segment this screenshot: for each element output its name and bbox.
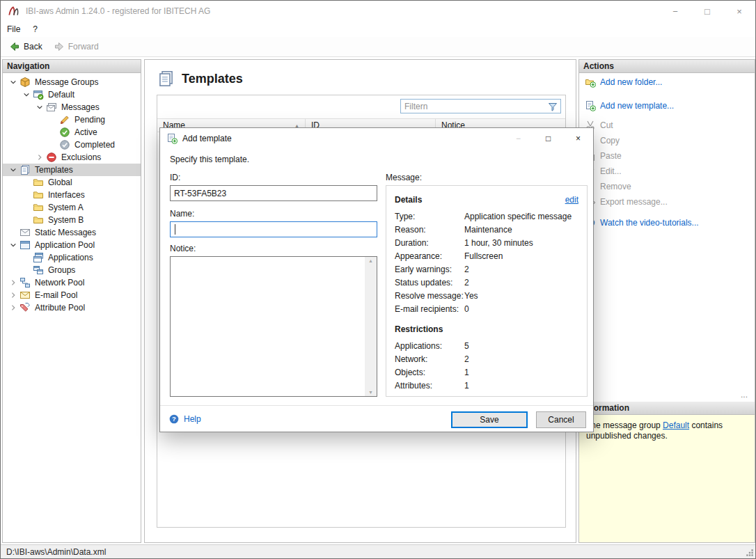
close-button[interactable]: × [723, 1, 755, 22]
restrictions-header: Restrictions [395, 324, 443, 334]
resize-grip[interactable] [746, 549, 754, 557]
static-messages-icon [19, 227, 31, 238]
folder-icon [33, 214, 44, 226]
tree-item-exclusions[interactable]: Exclusions [3, 151, 141, 164]
notice-input[interactable] [171, 257, 365, 396]
action-label: Copy [600, 136, 620, 145]
action-copy[interactable]: Copy [579, 133, 755, 148]
menu-help[interactable]: ? [26, 22, 44, 37]
tree-item-label: Templates [33, 164, 75, 175]
action-remove[interactable]: Remove [579, 179, 755, 194]
chevron-down-icon[interactable] [7, 77, 19, 88]
menu-file[interactable]: File [1, 22, 26, 37]
tree-item-static-messages[interactable]: Static Messages [3, 226, 141, 239]
id-label: ID: [170, 173, 180, 182]
tree-item-system-a[interactable]: System A [3, 201, 141, 214]
chevron-down-icon[interactable] [7, 239, 19, 251]
dialog-minimize-button: − [503, 128, 533, 149]
name-input[interactable] [170, 221, 377, 237]
dialog-title: Add template [182, 134, 232, 143]
summary-value: Maintenance [464, 225, 512, 235]
action-add-new-folder[interactable]: Add new folder... [579, 74, 755, 90]
tree-item-e-mail-pool[interactable]: E-mail Pool [3, 289, 141, 301]
help-button[interactable]: ? Help [168, 414, 201, 425]
tree-item-applications[interactable]: Applications [3, 251, 141, 264]
tree-item-interfaces[interactable]: Interfaces [3, 189, 141, 201]
save-button[interactable]: Save [451, 411, 528, 428]
filter-funnel-icon [547, 101, 558, 112]
summary-label: E-mail recipients: [395, 304, 464, 314]
summary-row-appearance: Appearance:Fullscreen [395, 249, 578, 262]
maximize-button[interactable]: □ [691, 1, 723, 22]
tree-item-label: Completed [72, 139, 117, 150]
summary-row-reason: Reason:Maintenance [395, 223, 578, 236]
chevron-right-icon[interactable] [7, 290, 19, 301]
info-text-prefix: The message group [586, 420, 663, 430]
summary-label: Applications: [395, 341, 464, 351]
menubar: File ? [1, 22, 755, 37]
chevron-down-icon[interactable] [7, 164, 19, 175]
action-label: Export message... [600, 197, 668, 207]
dialog-close-button[interactable]: × [563, 128, 593, 149]
summary-row-attributes: Attributes:1 [395, 379, 578, 392]
nav-tree: Message GroupsDefaultMessagesPendingActi… [3, 73, 141, 314]
tree-item-groups[interactable]: Groups [3, 264, 141, 276]
filter-box [400, 99, 561, 113]
chevron-down-icon[interactable] [20, 89, 33, 100]
action-cut[interactable]: Cut [579, 118, 755, 133]
restrictions-header-row: Restrictions [395, 322, 578, 336]
tree-item-label: Network Pool [33, 277, 86, 288]
help-label: Help [184, 414, 201, 424]
action-edit[interactable]: Edit... [579, 164, 755, 179]
tree-item-label: System A [46, 202, 86, 213]
tree-item-label: Groups [46, 265, 77, 276]
folder-icon [33, 177, 44, 188]
filter-input[interactable] [401, 102, 547, 111]
attribute-pool-icon [19, 302, 31, 313]
action-add-new-template[interactable]: Add new template... [579, 98, 755, 113]
expander-spacer [47, 114, 59, 125]
add-template-icon [585, 100, 596, 111]
tree-item-messages[interactable]: Messages [3, 101, 141, 113]
chevron-down-icon[interactable] [33, 102, 46, 113]
chevron-right-icon[interactable] [33, 152, 46, 163]
tree-item-templates[interactable]: Templates [3, 164, 141, 176]
action-watch-the-video-tutorials[interactable]: Watch the video-tutorials... [579, 215, 755, 230]
summary-row-e-mail-recipients: E-mail recipients:0 [395, 302, 578, 315]
tree-item-completed[interactable]: Completed [3, 139, 141, 151]
notice-scrollbar[interactable]: ▲ ▼ [365, 257, 377, 396]
network-pool-icon [19, 277, 31, 288]
edit-link[interactable]: edit [565, 195, 578, 205]
summary-row-type: Type:Application specific message [395, 210, 578, 223]
applications-icon [33, 252, 44, 263]
dialog-maximize-button[interactable]: □ [533, 128, 563, 149]
tree-item-system-b[interactable]: System B [3, 214, 141, 226]
statusbar: D:\IBI-aws\Admin\Data.xml [1, 544, 755, 558]
summary-value: Fullscreen [464, 251, 503, 261]
tree-item-message-groups[interactable]: Message Groups [3, 76, 141, 88]
titlebar[interactable]: IBI-aws Admin 1.24.0 - registered for IB… [1, 1, 755, 22]
tree-item-application-pool[interactable]: Application Pool [3, 239, 141, 251]
chevron-right-icon[interactable] [7, 277, 19, 288]
tree-item-pending[interactable]: Pending [3, 113, 141, 126]
tree-item-label: Application Pool [33, 239, 97, 251]
page-title-row: Templates [157, 70, 243, 88]
tree-item-active[interactable]: Active [3, 126, 141, 139]
default-group-link[interactable]: Default [663, 420, 689, 430]
chevron-right-icon[interactable] [7, 302, 19, 313]
action-export-message[interactable]: Export message... [579, 194, 755, 210]
forward-button[interactable]: Forward [48, 38, 104, 55]
tree-item-network-pool[interactable]: Network Pool [3, 276, 141, 289]
tree-item-attribute-pool[interactable]: Attribute Pool [3, 301, 141, 314]
tree-item-global[interactable]: Global [3, 176, 141, 189]
messages-icon [46, 102, 57, 113]
cancel-button[interactable]: Cancel [536, 411, 586, 428]
action-paste[interactable]: Paste [579, 148, 755, 164]
tree-item-default[interactable]: Default [3, 88, 141, 101]
information-panel: The message group Default contains unpub… [579, 415, 755, 542]
id-input[interactable] [170, 185, 377, 201]
minimize-button[interactable]: − [659, 1, 691, 22]
back-button[interactable]: Back [3, 38, 48, 55]
dialog-titlebar[interactable]: Add template − □ × [160, 128, 593, 149]
summary-row-network: Network:2 [395, 352, 578, 365]
